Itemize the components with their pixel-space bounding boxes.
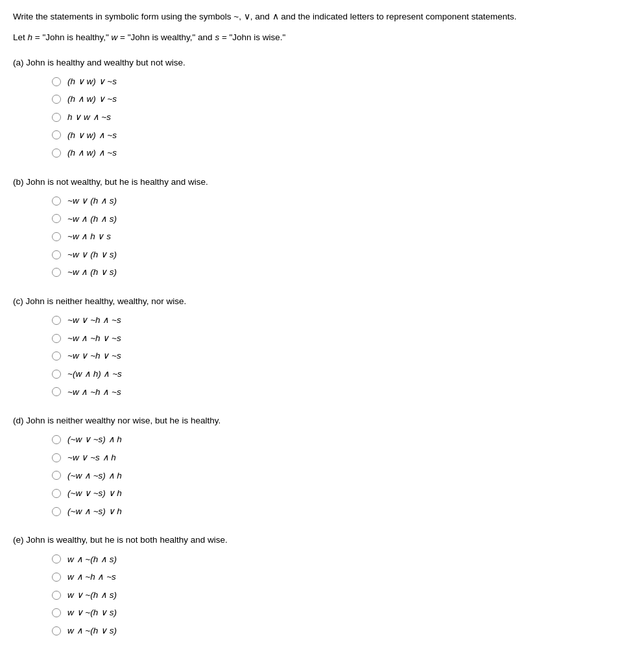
question-e: (e) John is wealthy, but he is not both … <box>13 534 631 637</box>
radio-button[interactable] <box>52 453 61 462</box>
list-item[interactable]: ~w ∨ ~s ∧ h <box>52 451 631 465</box>
list-item[interactable]: ~w ∨ ~h ∧ ~s <box>52 313 631 327</box>
option-text: ~(w ∧ h) ∧ ~s <box>67 367 122 381</box>
radio-button[interactable] <box>52 196 61 206</box>
list-item[interactable]: (~w ∧ ~s) ∨ h <box>52 504 631 519</box>
question-c: (c) John is neither healthy, wealthy, no… <box>13 295 631 399</box>
radio-button[interactable] <box>52 95 61 104</box>
options-list-e: w ∧ ~(h ∧ s)w ∧ ~h ∧ ~sw ∨ ~(h ∧ s)w ∨ ~… <box>13 552 631 638</box>
radio-button[interactable] <box>52 148 61 158</box>
list-item[interactable]: ~w ∧ h ∨ s <box>52 230 631 244</box>
option-text: ~w ∨ ~s ∧ h <box>67 451 116 465</box>
option-text: ~w ∧ ~h ∧ ~s <box>67 385 121 399</box>
question-b: (b) John is not wealthy, but he is healt… <box>13 176 631 279</box>
option-text: h ∨ w ∧ ~s <box>67 110 111 124</box>
radio-button[interactable] <box>52 316 61 325</box>
radio-button[interactable] <box>52 334 61 343</box>
radio-button[interactable] <box>52 507 61 516</box>
list-item[interactable]: (~w ∨ ~s) ∨ h <box>52 486 631 501</box>
question-label-a: (a) John is healthy and wealthy but not … <box>13 56 631 69</box>
radio-button[interactable] <box>52 77 61 86</box>
option-text: w ∧ ~(h ∧ s) <box>67 552 117 567</box>
list-item[interactable]: ~w ∧ ~h ∧ ~s <box>52 385 631 399</box>
list-item[interactable]: (~w ∧ ~s) ∧ h <box>52 469 631 483</box>
option-text: (~w ∨ ~s) ∨ h <box>67 486 122 501</box>
instructions: Write the statements in symbolic form us… <box>13 10 631 23</box>
radio-button[interactable] <box>52 573 61 582</box>
option-text: ~w ∨ ~h ∨ ~s <box>67 349 121 363</box>
option-text: ~w ∨ (h ∨ s) <box>67 248 117 262</box>
question-label-b: (b) John is not wealthy, but he is healt… <box>13 176 631 189</box>
radio-button[interactable] <box>52 250 61 259</box>
list-item[interactable]: ~w ∧ ~h ∨ ~s <box>52 331 631 346</box>
question-label-c: (c) John is neither healthy, wealthy, no… <box>13 295 631 308</box>
radio-button[interactable] <box>52 370 61 379</box>
radio-button[interactable] <box>52 232 61 241</box>
list-item[interactable]: ~w ∧ (h ∨ s) <box>52 265 631 279</box>
radio-button[interactable] <box>52 351 61 361</box>
radio-button[interactable] <box>52 387 61 396</box>
option-text: w ∧ ~(h ∨ s) <box>67 624 117 638</box>
option-text: ~w ∨ (h ∧ s) <box>67 194 117 208</box>
question-a: (a) John is healthy and wealthy but not … <box>13 56 631 160</box>
list-item[interactable]: (h ∨ w) ∧ ~s <box>52 128 631 143</box>
radio-button[interactable] <box>52 268 61 277</box>
radio-button[interactable] <box>52 554 61 563</box>
list-item[interactable]: ~(w ∧ h) ∧ ~s <box>52 367 631 381</box>
option-text: w ∨ ~(h ∨ s) <box>67 606 117 620</box>
radio-button[interactable] <box>52 435 61 444</box>
list-item[interactable]: (h ∧ w) ∨ ~s <box>52 92 631 106</box>
definitions: Let h = "John is healthy," w = "John is … <box>13 31 631 44</box>
option-text: (~w ∧ ~s) ∧ h <box>67 469 122 483</box>
list-item[interactable]: ~w ∨ ~h ∨ ~s <box>52 349 631 363</box>
list-item[interactable]: w ∧ ~(h ∧ s) <box>52 552 631 567</box>
options-list-b: ~w ∨ (h ∧ s)~w ∧ (h ∧ s)~w ∧ h ∨ s~w ∨ (… <box>13 194 631 279</box>
radio-button[interactable] <box>52 591 61 600</box>
question-label-e: (e) John is wealthy, but he is not both … <box>13 534 631 547</box>
list-item[interactable]: ~w ∨ (h ∧ s) <box>52 194 631 208</box>
option-text: w ∧ ~h ∧ ~s <box>67 570 116 584</box>
option-text: ~w ∧ h ∨ s <box>67 230 111 244</box>
option-text: ~w ∧ ~h ∨ ~s <box>67 331 121 346</box>
list-item[interactable]: (h ∧ w) ∧ ~s <box>52 146 631 160</box>
list-item[interactable]: w ∨ ~(h ∨ s) <box>52 606 631 620</box>
option-text: (h ∧ w) ∨ ~s <box>67 92 117 106</box>
option-text: w ∨ ~(h ∧ s) <box>67 588 117 602</box>
radio-button[interactable] <box>52 214 61 223</box>
radio-button[interactable] <box>52 471 61 480</box>
question-label-d: (d) John is neither wealthy nor wise, bu… <box>13 414 631 427</box>
list-item[interactable]: (h ∨ w) ∨ ~s <box>52 75 631 89</box>
list-item[interactable]: ~w ∨ (h ∨ s) <box>52 248 631 262</box>
list-item[interactable]: w ∧ ~(h ∨ s) <box>52 624 631 638</box>
option-text: ~w ∧ (h ∧ s) <box>67 212 117 226</box>
option-text: (~w ∨ ~s) ∧ h <box>67 433 122 447</box>
options-list-a: (h ∨ w) ∨ ~s(h ∧ w) ∨ ~sh ∨ w ∧ ~s(h ∨ w… <box>13 75 631 160</box>
radio-button[interactable] <box>52 608 61 617</box>
radio-button[interactable] <box>52 130 61 139</box>
options-list-d: (~w ∨ ~s) ∧ h~w ∨ ~s ∧ h(~w ∧ ~s) ∧ h(~w… <box>13 433 631 518</box>
question-d: (d) John is neither wealthy nor wise, bu… <box>13 414 631 518</box>
list-item[interactable]: w ∧ ~h ∧ ~s <box>52 570 631 584</box>
option-text: ~w ∧ (h ∨ s) <box>67 265 117 279</box>
radio-button[interactable] <box>52 113 61 122</box>
list-item[interactable]: ~w ∧ (h ∧ s) <box>52 212 631 226</box>
option-text: (h ∨ w) ∧ ~s <box>67 128 117 143</box>
radio-button[interactable] <box>52 489 61 498</box>
option-text: (~w ∧ ~s) ∨ h <box>67 504 122 519</box>
option-text: (h ∨ w) ∨ ~s <box>67 75 117 89</box>
option-text: (h ∧ w) ∧ ~s <box>67 146 117 160</box>
list-item[interactable]: (~w ∨ ~s) ∧ h <box>52 433 631 447</box>
option-text: ~w ∨ ~h ∧ ~s <box>67 313 121 327</box>
list-item[interactable]: h ∨ w ∧ ~s <box>52 110 631 124</box>
radio-button[interactable] <box>52 626 61 635</box>
options-list-c: ~w ∨ ~h ∧ ~s~w ∧ ~h ∨ ~s~w ∨ ~h ∨ ~s~(w … <box>13 313 631 399</box>
list-item[interactable]: w ∨ ~(h ∧ s) <box>52 588 631 602</box>
